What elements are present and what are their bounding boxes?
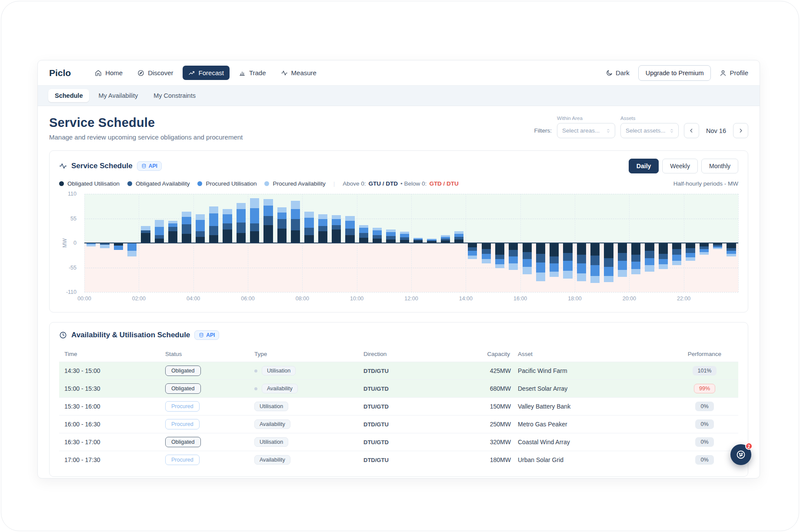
status-badge: Obligated — [165, 366, 201, 376]
type-badge: Availability — [254, 419, 290, 429]
cell-capacity: 250MW — [463, 421, 511, 428]
nav-item-measure[interactable]: Measure — [275, 66, 322, 80]
subnav-item-schedule[interactable]: Schedule — [48, 89, 89, 102]
v-gridline — [738, 194, 739, 292]
range-daily-button[interactable]: Daily — [629, 159, 659, 173]
table-row[interactable]: 15:00 - 15:30ObligatedAvailabilityDTU/GT… — [59, 379, 738, 397]
cell-capacity: 150MW — [463, 403, 511, 410]
bar-segment-procured-utilisation — [482, 254, 491, 259]
bar-segment-procured-availability — [250, 198, 259, 208]
bar-segment-procured-utilisation — [604, 267, 613, 276]
profile-menu[interactable]: Profile — [720, 69, 748, 76]
nav-item-forecast[interactable]: Forecast — [183, 66, 230, 80]
bar-segment-procured-availability — [223, 209, 232, 214]
bar-segment-obligated-utilisation — [168, 231, 177, 243]
x-tick-label: 00:00 — [77, 296, 91, 302]
table-row[interactable]: 15:30 - 16:00ProcuredUtilisationDTU/GTD1… — [59, 397, 738, 415]
chart-legend-row: Obligated UtilisationObligated Availabil… — [59, 180, 738, 187]
bar-segment-procured-utilisation — [441, 237, 450, 239]
bar-segment-procured-availability — [263, 199, 273, 205]
upgrade-premium-button[interactable]: Upgrade to Premium — [638, 65, 711, 81]
subnav-item-my-availability[interactable]: My Availability — [92, 89, 144, 102]
cell-direction: DTD/GTU — [363, 421, 463, 428]
bar-segment-procured-availability — [345, 216, 354, 220]
table-row[interactable]: 16:00 - 16:30ProcuredAvailabilityDTD/GTU… — [59, 415, 738, 433]
assets-select[interactable]: Select assets... — [620, 123, 679, 138]
bar-segment-obligated-utilisation — [196, 237, 205, 243]
assets-filter: Assets Select assets... — [620, 116, 679, 138]
range-weekly-button[interactable]: Weekly — [662, 159, 698, 173]
bar-segment-procured-utilisation — [454, 234, 463, 236]
zero-axis-line — [84, 243, 738, 243]
cell-direction: DTU/GTD — [363, 386, 463, 392]
main-content: Service Schedule Manage and review upcom… — [38, 106, 760, 478]
bar-segment-obligated-availability — [413, 239, 423, 240]
bar-segment-obligated-availability — [373, 235, 382, 239]
range-monthly-button[interactable]: Monthly — [701, 159, 738, 173]
assets-filter-label: Assets — [620, 116, 679, 121]
status-badge: Obligated — [165, 383, 201, 394]
x-tick-label: 16:00 — [513, 296, 527, 302]
cell-status: Procured — [165, 419, 254, 429]
bar-segment-procured-utilisation — [659, 259, 668, 264]
bar-segment-obligated-availability — [263, 216, 273, 225]
prev-date-button[interactable] — [684, 123, 699, 138]
service-schedule-chart: MW 110550-55-110 00:0002:0004:0006:0008:… — [59, 194, 738, 304]
bar-segment-obligated-utilisation — [672, 243, 681, 249]
brand-logo[interactable]: Piclo — [49, 68, 71, 78]
table-row[interactable]: 14:30 - 15:00ObligatedUtilisationDTD/GTU… — [59, 362, 738, 379]
bar-segment-obligated-availability — [400, 237, 409, 240]
bar-segment-obligated-availability — [686, 248, 695, 253]
x-axis: 00:0002:0004:0006:0008:0010:0012:0014:00… — [84, 292, 738, 303]
nav-item-home[interactable]: Home — [89, 66, 128, 80]
cell-performance: 99% — [673, 384, 737, 393]
performance-badge: 0% — [695, 402, 713, 411]
cell-performance: 0% — [673, 419, 737, 429]
availability-table-card: Availability & Utilisation Schedule API … — [49, 322, 748, 477]
page-title-block: Service Schedule Manage and review upcom… — [49, 116, 243, 141]
chevrons-updown-icon — [669, 128, 674, 133]
bar-segment-obligated-availability — [196, 231, 205, 236]
bar-segment-procured-availability — [672, 261, 681, 265]
x-tick-label: 20:00 — [623, 296, 636, 302]
nav-item-discover[interactable]: Discover — [132, 66, 179, 80]
bar-segment-obligated-availability — [441, 239, 450, 240]
subnav-item-my-constraints[interactable]: My Constraints — [147, 89, 202, 102]
area-select[interactable]: Select areas... — [557, 123, 615, 138]
bar-segment-obligated-availability — [536, 254, 545, 263]
performance-badge: 99% — [694, 384, 715, 393]
dark-mode-toggle[interactable]: Dark — [606, 69, 630, 76]
bar-segment-obligated-availability — [550, 256, 559, 263]
type-badge: Utilisation — [254, 437, 288, 447]
table-row[interactable]: 17:00 - 17:30ProcuredAvailabilityDTD/GTU… — [59, 451, 738, 469]
y-tick-label: 110 — [68, 191, 77, 197]
bar-segment-obligated-availability — [345, 229, 354, 235]
cell-asset: Valley Battery Bank — [511, 403, 673, 410]
cookie-widget-button[interactable]: 2 — [730, 444, 751, 465]
bar-segment-obligated-availability — [250, 223, 259, 231]
bar-segment-obligated-availability — [223, 223, 232, 229]
nav-item-trade[interactable]: Trade — [233, 66, 272, 80]
bar-segment-procured-utilisation — [318, 219, 327, 226]
table-card-header: Availability & Utilisation Schedule API — [59, 330, 738, 340]
next-date-button[interactable] — [733, 123, 748, 138]
table-header-row: TimeStatusTypeDirectionCapacityAssetPerf… — [59, 346, 738, 362]
bar-segment-procured-availability — [509, 263, 518, 269]
cell-time: 15:30 - 16:00 — [61, 403, 165, 410]
y-tick-label: 0 — [73, 240, 77, 246]
bar-segment-procured-availability — [155, 220, 164, 227]
bar-segment-procured-utilisation — [386, 232, 395, 236]
service-schedule-card: Service Schedule API DailyWeeklyMonthly … — [49, 150, 748, 313]
bar-segment-procured-utilisation — [155, 227, 164, 235]
bar-segment-obligated-utilisation — [686, 243, 695, 248]
cell-performance: 0% — [673, 455, 737, 465]
legend-label: Procured Availability — [273, 180, 325, 187]
bar-segment-obligated-availability — [304, 228, 313, 235]
bar-segment-procured-availability — [318, 214, 327, 219]
table-row[interactable]: 16:30 - 17:00ObligatedUtilisationDTU/GTD… — [59, 433, 738, 451]
bar-segment-obligated-availability — [277, 219, 287, 229]
bar-segment-obligated-availability — [359, 233, 368, 237]
bar-segment-procured-utilisation — [495, 259, 504, 264]
bar-segment-procured-availability — [482, 259, 491, 263]
cell-type: Availability — [254, 419, 363, 429]
